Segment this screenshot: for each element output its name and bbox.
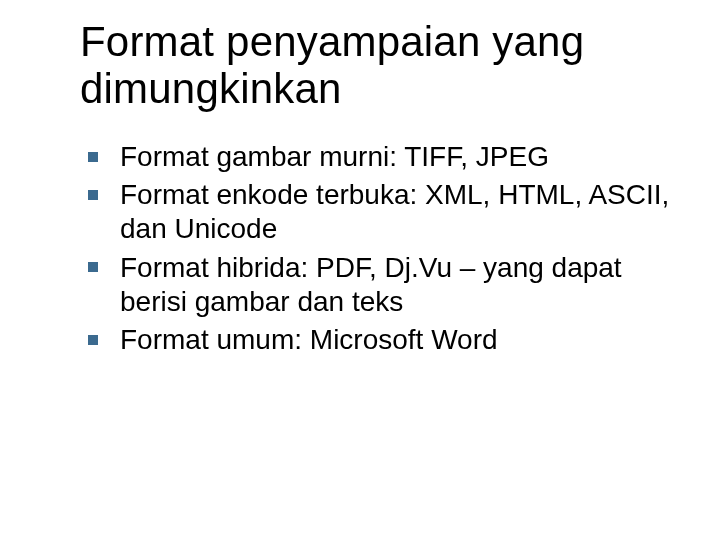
list-item: Format gambar murni: TIFF, JPEG — [86, 140, 680, 174]
slide: Format penyampaian yang dimungkinkan For… — [0, 0, 720, 540]
bullet-square-icon — [88, 190, 98, 200]
bullet-square-icon — [88, 262, 98, 272]
bullet-list: Format gambar murni: TIFF, JPEG Format e… — [86, 140, 680, 357]
list-item: Format umum: Microsoft Word — [86, 323, 680, 357]
slide-title: Format penyampaian yang dimungkinkan — [80, 18, 680, 112]
list-item-text: Format hibrida: PDF, Dj.Vu – yang dapat … — [120, 252, 622, 317]
list-item-text: Format umum: Microsoft Word — [120, 324, 498, 355]
bullet-square-icon — [88, 152, 98, 162]
list-item-text: Format enkode terbuka: XML, HTML, ASCII,… — [120, 179, 669, 244]
bullet-square-icon — [88, 335, 98, 345]
list-item-text: Format gambar murni: TIFF, JPEG — [120, 141, 549, 172]
list-item: Format enkode terbuka: XML, HTML, ASCII,… — [86, 178, 680, 246]
list-item: Format hibrida: PDF, Dj.Vu – yang dapat … — [86, 251, 680, 319]
